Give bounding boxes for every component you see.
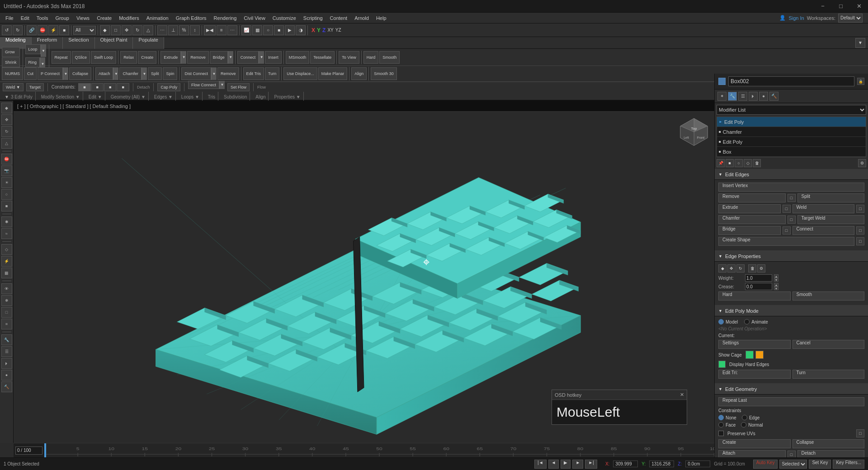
menu-civil-view[interactable]: Civil View — [240, 14, 269, 22]
show-result-btn[interactable]: ○ — [735, 159, 743, 167]
make-planar-button[interactable]: Make Planar — [318, 67, 348, 80]
menu-animation[interactable]: Animation — [143, 14, 172, 22]
make-unique-btn[interactable]: ◇ — [744, 159, 752, 167]
chamfer-btn2[interactable]: Chamfer — [718, 215, 786, 224]
curve-editor-button[interactable]: 📈 — [241, 25, 251, 35]
ep-rotate-icon[interactable]: ↻ — [736, 264, 745, 273]
menu-edit[interactable]: Edit — [17, 14, 33, 22]
select-link-button[interactable]: 🔗 — [27, 25, 37, 35]
hierarchy-button[interactable]: ■ — [59, 25, 69, 35]
menu-help[interactable]: Help — [373, 14, 390, 22]
create-button[interactable]: Create — [138, 51, 156, 64]
to-view-button[interactable]: To View — [339, 51, 359, 64]
render-button[interactable]: ▶ — [285, 25, 295, 35]
use-displace-button[interactable]: Use Displace... — [283, 67, 317, 80]
object-name-input[interactable] — [728, 76, 854, 86]
stack-item-editpoly1[interactable]: ► Edit Poly — [717, 117, 866, 127]
spinner-snap-button[interactable]: ↕ — [190, 25, 200, 35]
timeline-bar[interactable]: 0 5 10 15 20 25 30 35 40 45 50 — [44, 443, 714, 457]
extrude-btn2[interactable]: Extrude — [718, 204, 781, 213]
weight-input[interactable] — [745, 274, 772, 282]
qslice-button[interactable]: QSlice — [72, 51, 90, 64]
constraints-e2-button[interactable]: ■ — [104, 83, 116, 91]
chamfer-settings-btn[interactable]: □ — [788, 216, 796, 224]
bridge-dropdown[interactable]: ▼ — [228, 51, 233, 64]
extrude-dropdown[interactable]: ▼ — [181, 51, 186, 64]
constraints-none-button[interactable]: ■ — [78, 83, 90, 91]
pconnect-button[interactable]: P Connect — [38, 67, 63, 80]
display-hard-swatch[interactable] — [718, 361, 726, 368]
select-region-button[interactable]: □ — [111, 25, 121, 35]
lt-manipulate[interactable]: ◇ — [1, 244, 12, 255]
edge-properties-header[interactable]: ▼ Edge Properties — [715, 251, 868, 262]
lt-hide[interactable]: 👁 — [1, 283, 12, 294]
prop-hierarchy-icon[interactable]: ☰ — [738, 92, 747, 101]
loop-button[interactable]: Loop — [25, 44, 41, 54]
move-button[interactable]: ✥ — [122, 25, 132, 35]
menu-tools[interactable]: Tools — [33, 14, 52, 22]
active-off-btn[interactable]: ■ — [726, 159, 734, 167]
remove-settings-btn[interactable]: □ — [788, 194, 796, 202]
spin-button[interactable]: Spin — [163, 67, 177, 80]
remove-btn[interactable]: Remove — [718, 193, 786, 202]
relax-button[interactable]: Relax — [120, 51, 137, 64]
group-align-button[interactable]: ⋯ — [227, 25, 237, 35]
menu-graph-editors[interactable]: Graph Editors — [172, 14, 210, 22]
lt-spacewarp[interactable]: ≈ — [1, 228, 12, 239]
prop-motion-icon[interactable]: ⏵ — [749, 92, 758, 101]
connect-settings-btn[interactable]: □ — [856, 226, 864, 235]
target2-button[interactable]: Target — [26, 83, 44, 91]
active-shade-button[interactable]: ◑ — [296, 25, 306, 35]
lt-motion[interactable]: ⏵ — [1, 358, 12, 369]
prev-frame-btn[interactable]: ◄ — [548, 460, 559, 469]
lt-link[interactable]: ⛔ — [1, 154, 12, 164]
unlink-button[interactable]: ⛔ — [38, 25, 47, 35]
schematic-button[interactable]: ▦ — [252, 25, 262, 35]
bridge-button[interactable]: Bridge — [210, 51, 228, 64]
menu-scripting[interactable]: Scripting — [300, 14, 326, 22]
cap-poly-button[interactable]: Cap Poly — [157, 83, 180, 91]
tessellate-button[interactable]: Tessellate — [310, 51, 335, 64]
tab-populate[interactable]: Populate — [133, 37, 164, 49]
remove2-button[interactable]: Remove — [217, 67, 239, 80]
menu-file[interactable]: File — [2, 14, 17, 22]
bridge-btn2[interactable]: Bridge — [718, 226, 781, 235]
maximize-button[interactable]: □ — [832, 0, 850, 13]
weld-settings-btn[interactable]: □ — [856, 205, 864, 213]
split-button[interactable]: Split — [148, 67, 162, 80]
rotate-button[interactable]: ↻ — [132, 25, 142, 35]
extrude-settings-btn[interactable]: □ — [783, 205, 791, 213]
percent-snap-button[interactable]: % — [179, 25, 189, 35]
create-shape-settings-btn[interactable]: □ — [856, 237, 864, 245]
set-flow-button[interactable]: Set Flow — [227, 83, 250, 91]
weld-btn2[interactable]: Weld — [793, 204, 855, 213]
undo-button[interactable]: ↺ — [2, 25, 12, 35]
normal-radio[interactable] — [741, 422, 746, 428]
crease-down[interactable]: ▼ — [774, 287, 778, 290]
align-button2[interactable]: Align — [351, 67, 367, 80]
edit-tri-btn[interactable]: Edit Tri: — [718, 370, 791, 379]
bridge-settings-btn[interactable]: □ — [783, 226, 791, 235]
prop-display-icon[interactable]: ● — [759, 92, 768, 101]
tab-selection[interactable]: Selection — [63, 37, 94, 49]
lt-reactor[interactable]: ⚡ — [1, 256, 12, 267]
chamfer-dropdown[interactable]: ▼ — [142, 67, 147, 80]
lt-shapes[interactable]: ○ — [1, 189, 12, 200]
ribbon-grow-button[interactable]: Grow — [2, 47, 20, 57]
turn-btn2[interactable]: Turn — [793, 370, 865, 379]
menu-customize[interactable]: Customize — [269, 14, 300, 22]
cancel-btn[interactable]: Cancel — [793, 340, 865, 349]
smooth-btn2[interactable]: Smooth — [793, 291, 865, 301]
cut-button[interactable]: Cut — [24, 67, 37, 80]
align-button[interactable]: ≡ — [217, 25, 226, 35]
pin-stack-btn[interactable]: 📌 — [717, 159, 725, 167]
bind-button[interactable]: ⚡ — [48, 25, 58, 35]
lt-move[interactable]: ✥ — [1, 114, 12, 125]
material-button[interactable]: ○ — [263, 25, 273, 35]
repeat-button[interactable]: Repeat — [52, 51, 71, 64]
constraints-e3-button[interactable]: ■ — [117, 83, 129, 91]
lt-freeze[interactable]: ❅ — [1, 295, 12, 306]
stack-item-chamfer[interactable]: ■ Chamfer — [717, 127, 866, 137]
lt-crowd[interactable]: ▦ — [1, 268, 12, 278]
mirror-button[interactable]: ▶◀ — [204, 25, 216, 35]
